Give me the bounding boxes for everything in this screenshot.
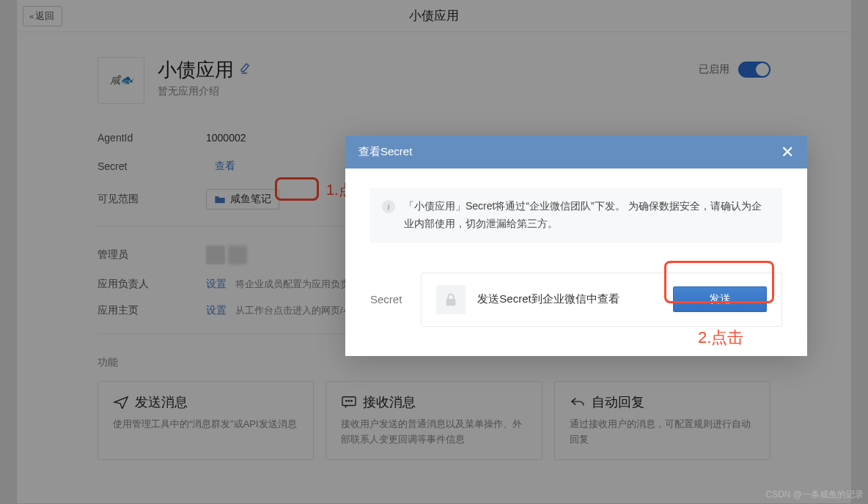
modal-secret-label: Secret — [370, 293, 402, 305]
view-secret-modal: 查看Secret ✕ i 「小债应用」Secret将通过“企业微信团队”下发。 … — [345, 136, 807, 356]
annotation-text-2: 2.点击 — [698, 327, 743, 349]
modal-secret-text: 发送Secret到企业微信中查看 — [477, 292, 619, 306]
annotation-highlight-2 — [664, 261, 774, 303]
close-icon[interactable]: ✕ — [781, 143, 794, 162]
lock-icon — [436, 285, 466, 314]
watermark: CSDN @一条咸鱼的记录 — [765, 489, 864, 501]
modal-title: 查看Secret — [358, 145, 412, 159]
modal-notice-text: 「小债应用」Secret将通过“企业微信团队”下发。 为确保数据安全，请确认为企… — [404, 198, 770, 233]
svg-rect-4 — [446, 299, 456, 305]
info-icon: i — [382, 200, 395, 213]
modal-notice: i 「小债应用」Secret将通过“企业微信团队”下发。 为确保数据安全，请确认… — [370, 188, 782, 243]
